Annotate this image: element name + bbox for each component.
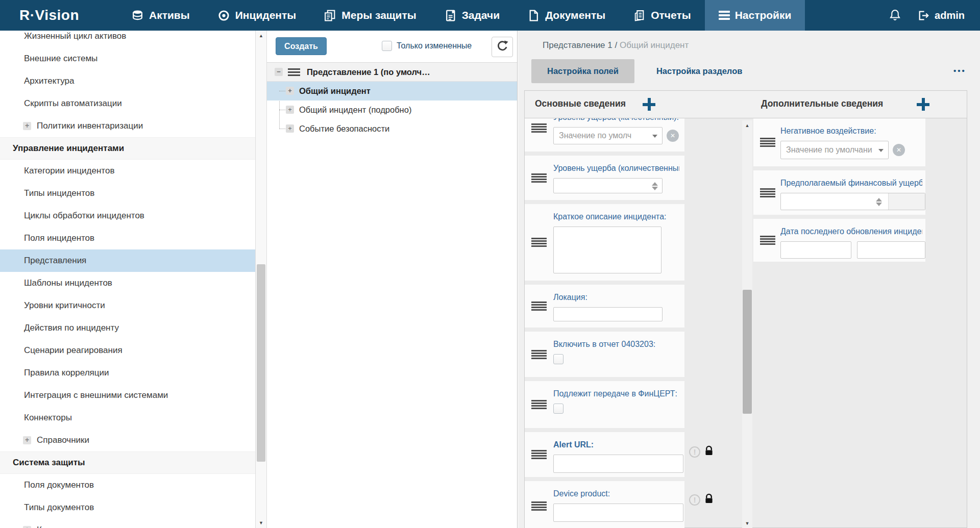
nav-item-reports[interactable]: Отчеты: [619, 0, 704, 31]
field-label[interactable]: Негативное воздействие:: [780, 125, 922, 137]
collapse-icon[interactable]: −: [275, 68, 283, 76]
sidebar-item-automation-scripts[interactable]: Скрипты автоматизации: [0, 92, 255, 115]
nav-item-documents[interactable]: Документы: [513, 0, 619, 31]
scroll-up-icon[interactable]: ▲: [256, 31, 266, 41]
sidebar-item-reference-books[interactable]: +Справочники: [0, 429, 255, 451]
drag-handle-icon[interactable]: [760, 138, 775, 139]
device-product-input[interactable]: [553, 504, 683, 522]
tree-item-security-event[interactable]: + Событие безопасности: [267, 119, 517, 138]
nav-item-incidents[interactable]: Инциденты: [204, 0, 310, 31]
drag-handle-icon[interactable]: [531, 173, 547, 175]
field-label[interactable]: Локация:: [553, 292, 679, 303]
add-field-icon[interactable]: [917, 98, 929, 111]
create-button[interactable]: Создать: [276, 37, 327, 55]
nav-item-tasks[interactable]: Задачи: [430, 0, 513, 31]
sidebar-item-incident-fields[interactable]: Поля инцидентов: [0, 227, 255, 249]
spinner-arrows-icon[interactable]: [876, 197, 882, 207]
sidebar-item-external-integration[interactable]: Интеграция с внешними системами: [0, 384, 255, 407]
field-label[interactable]: Включить в отчет 0403203:: [553, 339, 679, 350]
sidebar-item-connectors[interactable]: Коннекторы: [0, 407, 255, 429]
drag-handle-icon[interactable]: [288, 68, 300, 70]
more-options-icon[interactable]: •••: [953, 66, 966, 75]
tree-root-view-1[interactable]: − Представление 1 (по умолч…: [267, 63, 517, 82]
expand-plus-icon[interactable]: +: [286, 106, 294, 114]
tab-section-settings[interactable]: Настройка разделов: [641, 59, 758, 83]
drag-handle-icon[interactable]: [760, 236, 775, 237]
fields-scrollbar-thumb[interactable]: [743, 290, 752, 414]
drag-handle-icon[interactable]: [531, 301, 547, 303]
number-input[interactable]: [780, 193, 925, 210]
field-label[interactable]: Alert URL:: [553, 439, 679, 450]
breadcrumb-view[interactable]: Представление 1: [543, 40, 612, 50]
drag-handle-icon[interactable]: [531, 123, 547, 125]
fincert-checkbox[interactable]: [553, 404, 564, 414]
expand-plus-icon[interactable]: +: [286, 87, 294, 95]
drag-handle-icon[interactable]: [531, 501, 547, 503]
field-label[interactable]: Предполагаемый финансовый ущерб:: [780, 178, 922, 189]
sidebar-item-external-systems[interactable]: Внешние системы: [0, 47, 255, 70]
expand-plus-icon[interactable]: +: [23, 122, 31, 130]
drag-handle-icon[interactable]: [531, 400, 547, 401]
clear-value-icon[interactable]: ✕: [667, 130, 679, 142]
expand-plus-icon[interactable]: +: [23, 526, 31, 528]
drag-handle-icon[interactable]: [760, 188, 775, 190]
include-report-checkbox[interactable]: [553, 354, 564, 364]
sidebar-item-inventory-policies[interactable]: +Политики инвентаризации: [0, 115, 255, 137]
scroll-down-icon[interactable]: ▼: [742, 518, 752, 528]
sidebar-item-incident-processing-cycles[interactable]: Циклы обработки инцидентов: [0, 205, 255, 227]
field-label[interactable]: Подлежит передаче в ФинЦЕРТ:: [553, 388, 679, 399]
sidebar-item-incident-actions[interactable]: Действия по инциденту: [0, 317, 255, 339]
field-label[interactable]: Уровень ущерба (качественный):: [553, 118, 679, 123]
notifications-bell-icon[interactable]: [877, 9, 913, 22]
clear-value-icon[interactable]: ✕: [893, 144, 905, 156]
sidebar-item-document-types[interactable]: Типы документов: [0, 496, 255, 519]
description-textarea[interactable]: [553, 227, 662, 273]
sidebar-item-asset-lifecycle[interactable]: Жизненный цикл активов: [0, 31, 255, 47]
fields-scrollbar[interactable]: ▲ ▼: [742, 120, 752, 528]
nav-item-assets[interactable]: Активы: [117, 0, 204, 31]
add-field-icon[interactable]: [643, 98, 655, 111]
section-title-main: Основные сведения: [535, 98, 626, 109]
tab-field-settings[interactable]: Настройка полей: [531, 59, 634, 83]
refresh-button[interactable]: [492, 37, 513, 57]
default-value-select[interactable]: Значение по умолч: [553, 127, 663, 144]
field-label[interactable]: Уровень ущерба (количественный):: [553, 163, 679, 174]
sidebar-item-views[interactable]: Представления: [0, 249, 255, 272]
lock-icon: [705, 445, 713, 458]
sidebar-item-response-scenarios[interactable]: Сценарии реагирования: [0, 339, 255, 362]
alert-url-input[interactable]: [553, 455, 683, 473]
sidebar-scrollbar-thumb[interactable]: [257, 264, 265, 462]
tree-item-common-incident-detailed[interactable]: + Общий инцидент (подробно): [267, 100, 517, 119]
tree-item-common-incident[interactable]: + Общий инцидент: [267, 82, 517, 100]
default-value-select[interactable]: Значение по умолчани: [780, 141, 889, 159]
breadcrumb-current: Общий инцидент: [620, 40, 689, 50]
sidebar-item-correlation-rules[interactable]: Правила корреляции: [0, 362, 255, 384]
sidebar-item-architecture[interactable]: Архитектура: [0, 70, 255, 92]
sidebar-item-document-fields[interactable]: Поля документов: [0, 474, 255, 496]
field-label[interactable]: Краткое описание инцидента:: [553, 211, 679, 222]
logout-user-button[interactable]: admin: [917, 9, 965, 22]
date-from-input[interactable]: [780, 241, 851, 259]
field-label[interactable]: Device product:: [553, 488, 679, 499]
sidebar-item-incident-templates[interactable]: Шаблоны инцидентов: [0, 272, 255, 294]
location-input[interactable]: [553, 307, 663, 321]
sidebar-scrollbar[interactable]: ▲ ▼: [255, 31, 267, 528]
date-to-input[interactable]: [857, 241, 925, 259]
drag-handle-icon[interactable]: [531, 350, 547, 351]
scroll-down-icon[interactable]: ▼: [256, 518, 266, 528]
expand-plus-icon[interactable]: +: [286, 124, 294, 133]
drag-handle-icon[interactable]: [531, 450, 547, 451]
nav-item-protection-measures[interactable]: Меры защиты: [310, 0, 430, 31]
only-changed-checkbox[interactable]: [382, 41, 392, 51]
sidebar-item-protection-catalogs[interactable]: +Каталоги защитных мер: [0, 519, 255, 528]
field-label[interactable]: Дата последнего обновления инцидента:: [780, 226, 922, 237]
nav-item-settings[interactable]: Настройки: [705, 0, 805, 31]
spinner-arrows-icon[interactable]: [652, 181, 658, 191]
sidebar-item-criticality-levels[interactable]: Уровни критичности: [0, 294, 255, 317]
number-input[interactable]: [553, 178, 663, 193]
sidebar-item-incident-categories[interactable]: Категории инцидентов: [0, 160, 255, 182]
expand-plus-icon[interactable]: +: [23, 436, 31, 444]
drag-handle-icon[interactable]: [531, 238, 547, 239]
sidebar-item-incident-types[interactable]: Типы инцидентов: [0, 182, 255, 205]
scroll-up-icon[interactable]: ▲: [742, 120, 752, 131]
